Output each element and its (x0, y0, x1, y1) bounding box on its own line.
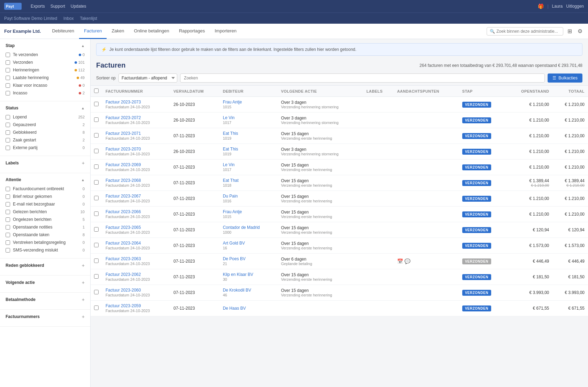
debtor-link-0[interactable]: Frau Antje (223, 100, 242, 105)
row-checkbox-10[interactable] (94, 258, 99, 263)
attentie-check-3[interactable] (6, 210, 10, 214)
updates-link[interactable]: Updates (71, 4, 86, 9)
invoice-link-6[interactable]: Factuur 2023-2067 (106, 194, 141, 199)
row-checkbox-1[interactable] (94, 117, 99, 122)
row-check-11[interactable] (91, 269, 102, 285)
settings-icon[interactable]: ⚙ (576, 26, 584, 36)
stap-check-klaar-voor-incasso[interactable] (6, 83, 10, 88)
invoice-link-1[interactable]: Factuur 2023-2072 (106, 115, 141, 120)
invoice-link-8[interactable]: Factuur 2023-2065 (106, 225, 141, 230)
betaalmethode-section-header[interactable]: Betaalmethode + (6, 297, 85, 302)
nav-zaken[interactable]: Zaken (107, 24, 129, 39)
status-check-lopend[interactable] (6, 115, 10, 119)
status-check-gepauzeerd[interactable] (6, 123, 10, 127)
row-checkbox-0[interactable] (94, 102, 99, 106)
attentie-check-5[interactable] (6, 225, 10, 230)
labels-add-icon[interactable]: + (82, 160, 85, 166)
inbox-link[interactable]: Inbox (63, 16, 74, 21)
debtor-link-13[interactable]: De Haas BV (223, 306, 246, 311)
row-check-0[interactable] (91, 97, 102, 113)
row-check-4[interactable] (91, 160, 102, 175)
labels-section-header[interactable]: Labels + (6, 160, 85, 166)
row-checkbox-6[interactable] (94, 196, 99, 200)
invoice-link-12[interactable]: Factuur 2023-2060 (106, 288, 141, 293)
attentie-check-6[interactable] (6, 233, 10, 237)
row-check-10[interactable] (91, 254, 102, 269)
takenlijst-link[interactable]: Takenlijst (80, 16, 97, 21)
status-check-geblokkeerd[interactable] (6, 130, 10, 135)
invoice-link-10[interactable]: Factuur 2023-2063 (106, 256, 141, 261)
nav-rapportages[interactable]: Rapportages (174, 24, 210, 39)
row-check-6[interactable] (91, 191, 102, 207)
status-check-zaak-gestart[interactable] (6, 138, 10, 142)
debtor-link-1[interactable]: Le Vin (223, 115, 235, 120)
stap-check-herinneringen[interactable] (6, 68, 10, 72)
row-checkbox-4[interactable] (94, 164, 99, 169)
bulk-actions-button[interactable]: ☰ Bulkacties (548, 73, 582, 83)
stap-check-laatste-herinnering[interactable] (6, 76, 10, 80)
nav-importeren[interactable]: Importeren (210, 24, 241, 39)
row-check-13[interactable] (91, 301, 102, 316)
logout-button[interactable]: Uitloggen (566, 4, 584, 9)
stap-check-te-verzenden[interactable] (6, 53, 10, 57)
invoice-link-3[interactable]: Factuur 2023-2070 (106, 147, 141, 152)
invoice-link-0[interactable]: Factuur 2023-2073 (106, 100, 141, 105)
invoice-link-13[interactable]: Factuur 2023-2059 (106, 303, 141, 308)
row-checkbox-5[interactable] (94, 180, 99, 185)
attentie-check-2[interactable] (6, 202, 10, 207)
reden-section-header[interactable]: Reden geblokkeerd + (6, 263, 85, 268)
row-check-2[interactable] (91, 128, 102, 144)
nav-online-betalingen[interactable]: Online betalingen (129, 24, 174, 39)
debtor-link-6[interactable]: Du Pain (223, 194, 238, 199)
debtor-link-5[interactable]: Eat That (223, 178, 239, 183)
invoice-link-11[interactable]: Factuur 2023-2062 (106, 272, 141, 277)
debtor-link-8[interactable]: Contador de Madrid (223, 225, 260, 230)
factuurnummers-section-header[interactable]: Factuurnummers + (6, 314, 85, 319)
invoices-search-input[interactable] (180, 73, 545, 83)
betaalmethode-add-icon[interactable]: + (82, 297, 85, 302)
debtor-link-9[interactable]: Art Gold BV (223, 241, 245, 246)
debtor-link-10[interactable]: De Poes BV (223, 256, 246, 261)
debtor-link-4[interactable]: Le Vin (223, 162, 235, 167)
attentie-section-header[interactable]: Attentie ▲ (6, 177, 85, 182)
row-checkbox-3[interactable] (94, 149, 99, 153)
attentie-check-0[interactable] (6, 187, 10, 191)
invoice-link-5[interactable]: Factuur 2023-2068 (106, 178, 141, 183)
row-check-5[interactable] (91, 175, 102, 191)
status-check-externe-partij[interactable] (6, 146, 10, 150)
row-checkbox-12[interactable] (94, 290, 99, 294)
admin-search-input[interactable] (496, 29, 560, 34)
debtor-link-12[interactable]: De Krokodil BV (223, 288, 251, 293)
invoice-link-4[interactable]: Factuur 2023-2069 (106, 162, 141, 167)
row-check-1[interactable] (91, 113, 102, 128)
row-check-8[interactable] (91, 222, 102, 238)
debtor-link-2[interactable]: Eat This (223, 131, 238, 136)
attentie-check-7[interactable] (6, 240, 10, 245)
exports-link[interactable]: Exports (31, 4, 45, 9)
invoice-link-9[interactable]: Factuur 2023-2064 (106, 241, 141, 246)
row-check-7[interactable] (91, 207, 102, 222)
row-checkbox-7[interactable] (94, 211, 99, 216)
row-check-12[interactable] (91, 285, 102, 301)
invoice-link-7[interactable]: Factuur 2023-2066 (106, 209, 141, 214)
sort-select[interactable]: Factuurdatum - aflopend Factuurdatum - o… (118, 73, 177, 83)
volgende-actie-section-header[interactable]: Volgende actie + (6, 280, 85, 285)
attentie-check-4[interactable] (6, 217, 10, 222)
attentie-check-1[interactable] (6, 194, 10, 199)
row-checkbox-13[interactable] (94, 305, 99, 310)
row-check-3[interactable] (91, 144, 102, 160)
status-section-header[interactable]: Status ▲ (6, 106, 85, 110)
attentie-check-8[interactable] (6, 248, 10, 253)
row-checkbox-9[interactable] (94, 243, 99, 247)
row-checkbox-8[interactable] (94, 227, 99, 232)
admin-search-box[interactable]: 🔍 (487, 27, 563, 36)
support-link[interactable]: Support (51, 4, 65, 9)
nav-debiteuren[interactable]: Debiteuren (47, 24, 79, 39)
factuurnummers-add-icon[interactable]: + (82, 314, 85, 319)
debtor-link-3[interactable]: Eat This (223, 147, 238, 152)
debtor-link-11[interactable]: Klip en Klaar BV (223, 272, 253, 277)
stap-section-header[interactable]: Stap ▲ (6, 43, 85, 48)
stap-check-incasso[interactable] (6, 91, 10, 95)
row-check-9[interactable] (91, 238, 102, 254)
debtor-link-7[interactable]: Frau Antje (223, 209, 242, 214)
